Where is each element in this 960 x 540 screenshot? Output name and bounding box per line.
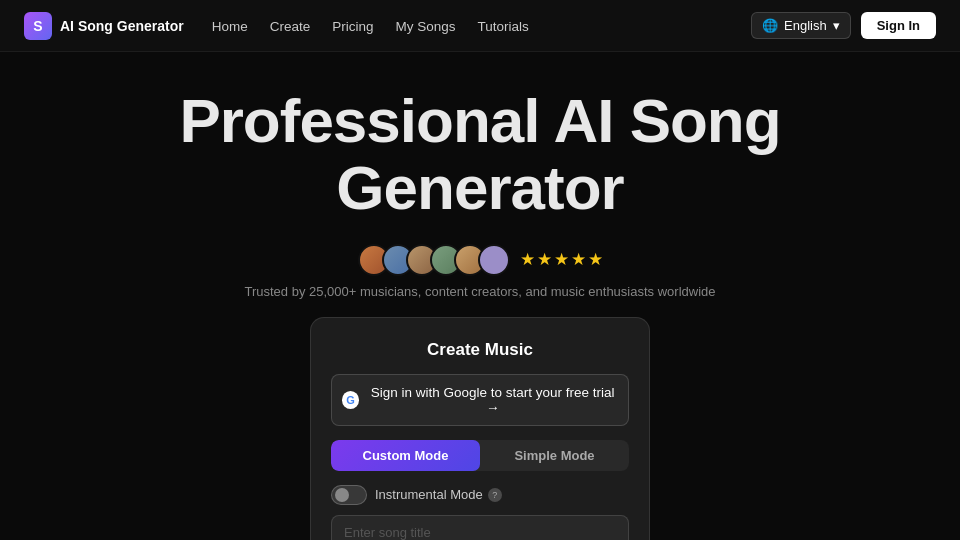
language-label: English <box>784 18 827 33</box>
navbar: S AI Song Generator Home Create Pricing … <box>0 0 960 52</box>
sign-in-button[interactable]: Sign In <box>861 12 936 39</box>
nav-pricing[interactable]: Pricing <box>332 19 373 34</box>
nav-my-songs[interactable]: My Songs <box>396 19 456 34</box>
chevron-down-icon: ▾ <box>833 18 840 33</box>
simple-mode-button[interactable]: Simple Mode <box>480 440 629 471</box>
logo[interactable]: S AI Song Generator <box>24 12 184 40</box>
trusted-text: Trusted by 25,000+ musicians, content cr… <box>244 284 715 299</box>
star-1: ★ <box>520 249 535 270</box>
google-icon: G <box>342 391 359 409</box>
star-5: ★ <box>588 249 603 270</box>
star-4: ★ <box>571 249 586 270</box>
avatar <box>478 244 510 276</box>
social-proof-row: ★ ★ ★ ★ ★ <box>358 244 603 276</box>
instrumental-toggle[interactable] <box>331 485 367 505</box>
nav-create[interactable]: Create <box>270 19 311 34</box>
app-name: AI Song Generator <box>60 18 184 34</box>
logo-letter: S <box>33 18 42 34</box>
song-title-input[interactable] <box>331 515 629 540</box>
nav-home[interactable]: Home <box>212 19 248 34</box>
hero-title-line1: Professional AI Song <box>179 86 780 155</box>
google-btn-label: Sign in with Google to start your free t… <box>367 385 618 415</box>
nav-tutorials[interactable]: Tutorials <box>478 19 529 34</box>
hero-title: Professional AI Song Generator <box>179 88 780 222</box>
star-2: ★ <box>537 249 552 270</box>
star-rating: ★ ★ ★ ★ ★ <box>520 249 603 270</box>
instrumental-label: Instrumental Mode ? <box>375 487 502 502</box>
mode-toggle: Custom Mode Simple Mode <box>331 440 629 471</box>
hero-title-line2: Generator <box>336 153 623 222</box>
create-music-card: Create Music G Sign in with Google to st… <box>310 317 650 540</box>
language-selector[interactable]: 🌐 English ▾ <box>751 12 851 39</box>
card-title: Create Music <box>331 340 629 360</box>
instrumental-row: Instrumental Mode ? <box>331 485 629 505</box>
hero-section: Professional AI Song Generator ★ ★ ★ ★ ★… <box>0 52 960 540</box>
instrumental-label-text: Instrumental Mode <box>375 487 483 502</box>
toggle-knob <box>335 488 349 502</box>
star-3: ★ <box>554 249 569 270</box>
globe-icon: 🌐 <box>762 18 778 33</box>
info-icon[interactable]: ? <box>488 488 502 502</box>
custom-mode-button[interactable]: Custom Mode <box>331 440 480 471</box>
logo-icon: S <box>24 12 52 40</box>
google-sign-in-button[interactable]: G Sign in with Google to start your free… <box>331 374 629 426</box>
avatar-group <box>358 244 510 276</box>
